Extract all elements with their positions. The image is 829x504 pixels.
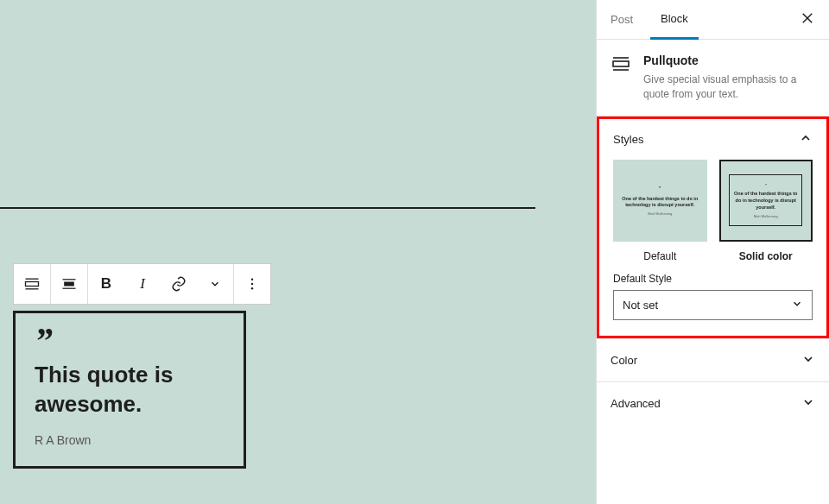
advanced-panel-toggle[interactable]: Advanced [597, 381, 829, 425]
svg-point-7 [251, 283, 253, 285]
svg-rect-4 [63, 279, 76, 280]
quote-mark-icon: ” [35, 332, 225, 350]
style-label-solid: Solid color [719, 250, 813, 262]
settings-sidebar: Post Block Pullquote Give special visual… [596, 0, 829, 504]
pullquote-citation[interactable]: R A Brown [35, 433, 225, 447]
chevron-down-icon [791, 298, 803, 312]
style-sample-cite: Matt Mullenweg [733, 214, 798, 219]
editor-canvas: B I ” This quote is awesome. R A Brown [0, 0, 596, 504]
style-preview-default: ” One of the hardest things to do in tec… [613, 160, 707, 242]
close-sidebar-button[interactable] [800, 10, 815, 30]
block-title: Pullquote [643, 54, 815, 67]
more-richtext-button[interactable] [197, 264, 233, 304]
svg-rect-3 [64, 282, 74, 287]
style-sample-text: One of the hardest things to do in techn… [733, 191, 798, 211]
svg-rect-11 [613, 61, 629, 66]
default-style-section: Default Style Not set [599, 273, 826, 336]
align-button[interactable] [51, 264, 87, 304]
style-options: ” One of the hardest things to do in tec… [599, 160, 826, 273]
block-toolbar: B I [13, 263, 271, 305]
chevron-down-icon [801, 395, 815, 412]
default-style-label: Default Style [613, 273, 813, 285]
svg-rect-0 [26, 282, 39, 287]
style-sample-text: One of the hardest things to do in techn… [619, 196, 701, 209]
sidebar-tabs: Post Block [597, 0, 829, 40]
more-options-button[interactable] [234, 264, 270, 304]
styles-panel-toggle[interactable]: Styles [599, 119, 826, 160]
canvas-divider [0, 207, 535, 209]
pullquote-block-type-button[interactable] [14, 264, 50, 304]
style-option-default[interactable]: ” One of the hardest things to do in tec… [613, 160, 707, 262]
advanced-panel-title: Advanced [611, 397, 661, 410]
styles-panel: Styles ” One of the hardest things to do… [597, 117, 829, 338]
svg-point-8 [251, 287, 253, 289]
style-option-solid[interactable]: ” One of the hardest things to do in tec… [719, 160, 813, 262]
default-style-select[interactable]: Not set [613, 290, 813, 320]
chevron-down-icon [801, 352, 815, 369]
tab-post[interactable]: Post [611, 1, 643, 38]
style-sample-cite: Matt Mullenweg [619, 211, 701, 217]
pullquote-text[interactable]: This quote is awesome. [35, 361, 225, 419]
color-panel-title: Color [611, 354, 637, 367]
block-header: Pullquote Give special visual emphasis t… [597, 40, 829, 117]
svg-rect-5 [63, 288, 76, 289]
bold-button[interactable]: B [88, 264, 124, 304]
italic-button[interactable]: I [124, 264, 161, 304]
link-button[interactable] [161, 264, 197, 304]
chevron-up-icon [799, 131, 813, 148]
pullquote-block[interactable]: ” This quote is awesome. R A Brown [13, 311, 246, 469]
color-panel-toggle[interactable]: Color [597, 338, 829, 381]
block-description: Give special visual emphasis to a quote … [643, 72, 815, 102]
style-label-default: Default [613, 250, 707, 262]
styles-panel-title: Styles [613, 133, 643, 146]
tab-block[interactable]: Block [650, 0, 699, 40]
svg-point-6 [251, 279, 253, 280]
style-preview-solid: ” One of the hardest things to do in tec… [719, 160, 813, 242]
default-style-value: Not set [623, 299, 658, 312]
pullquote-icon [611, 54, 631, 102]
